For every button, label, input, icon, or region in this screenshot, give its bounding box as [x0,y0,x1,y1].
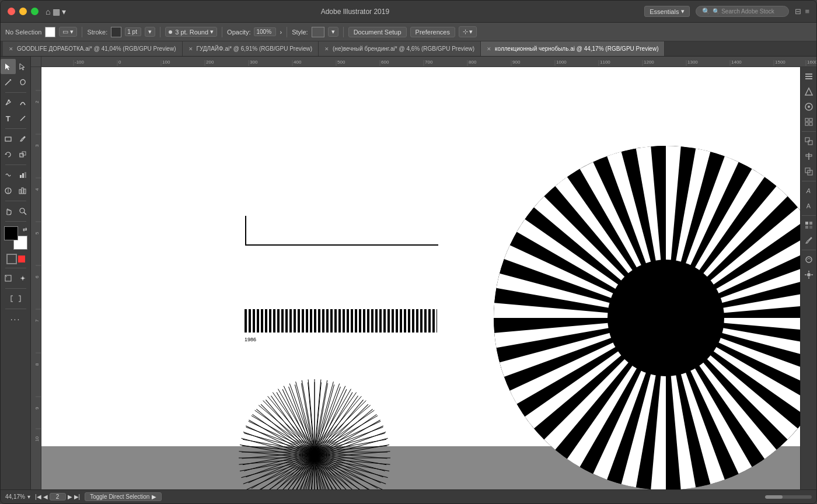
properties-icon[interactable] [802,85,816,99]
char-icon[interactable]: A [802,184,816,198]
direct-selection-tool[interactable] [16,59,31,74]
tab-close-1[interactable]: ✕ [9,46,13,52]
svg-rect-173 [805,138,809,142]
type-tool[interactable]: T [1,111,16,126]
zoom-display: 44,17% ▾ [5,494,30,500]
stroke-width-dropdown[interactable]: ▾ [145,27,155,37]
none-mode[interactable] [18,256,25,262]
page-number-input[interactable] [50,493,66,501]
stroke-swatch[interactable] [111,27,121,37]
toggle-direct-selection-button[interactable]: Toggle Direct Selection ▶ [85,492,162,501]
zoom-chevron[interactable]: ▾ [27,494,30,500]
tool-sep-5 [5,221,26,222]
symbol-tool[interactable] [1,183,16,198]
svg-line-3 [20,116,25,121]
warp-tool[interactable] [1,167,16,183]
para-icon[interactable]: A [802,199,816,213]
paintbrush-tool[interactable] [16,131,31,146]
svg-line-0 [5,80,10,85]
tab-close-2[interactable]: ✕ [188,46,193,52]
close-button[interactable] [8,8,15,15]
grid-icon: ▦ [53,7,60,16]
svg-text:1200: 1200 [644,60,654,65]
scale-tool[interactable] [16,147,31,162]
artboards-icon[interactable] [802,115,816,129]
stroke-mode[interactable] [6,254,17,264]
minimize-button[interactable] [19,8,27,15]
svg-rect-164 [805,76,812,77]
opacity-chevron[interactable]: › [280,29,282,36]
sun-icon[interactable] [802,268,816,282]
tab-close-3[interactable]: ✕ [324,46,329,52]
perspective-tool[interactable] [1,271,16,286]
page-next-end[interactable]: ▶| [74,494,81,500]
preferences-button[interactable]: Preferences [410,27,455,37]
tool-sep-3 [5,164,26,165]
panel-right-icon[interactable]: ≡ [805,7,809,16]
tab-2[interactable]: ✕ ГУДЛАЙФ.ai* @ 6,91% (RGB/GPU Preview) [183,41,319,57]
brush-panel-icon[interactable] [802,233,816,247]
stroke-chevron: ▾ [148,28,152,36]
swatches-icon[interactable] [802,218,816,232]
home-icon[interactable]: ⌂ [46,7,50,16]
page-next[interactable]: ▶ [68,494,72,500]
svg-point-2 [8,100,9,102]
rotate-tool[interactable] [1,147,16,162]
align-icon[interactable] [802,149,816,163]
swap-colors-icon[interactable]: ⇄ [23,226,27,232]
opacity-input[interactable] [254,27,276,36]
tab-3[interactable]: ✕ (не)вечный брендинг.ai* @ 4,6% (RGB/GP… [319,41,481,57]
column-graph-tool[interactable] [16,183,31,198]
svg-text:800: 800 [469,60,477,65]
canvas-viewport[interactable]: 1986 [41,67,800,489]
line-tool[interactable] [16,111,31,126]
svg-text:1000: 1000 [556,60,567,65]
style-dropdown[interactable]: ▾ [328,27,338,37]
canvas-with-rulers: -100 0 100 200 300 400 500 [31,57,816,489]
tab-1[interactable]: ✕ GOODLIFE ДОРАБОТКА.ai* @ 41,04% (RGB/G… [3,41,183,57]
workspace-switcher[interactable]: ▦ ▾ [53,7,66,16]
tab-4[interactable]: ✕ коллекционный чернобыль.ai @ 44,17% (R… [481,41,665,57]
tab-close-4[interactable]: ✕ [487,46,491,52]
pathfinder-icon[interactable] [802,164,816,178]
style-swatch[interactable] [312,27,324,37]
page-prev-end[interactable]: |◀ [35,494,41,500]
fill-swatch[interactable] [45,27,55,37]
hand-tool[interactable] [1,204,16,219]
layers-icon[interactable] [802,69,816,83]
tool-sep-8 [5,309,26,309]
libraries-icon[interactable] [802,100,816,114]
brush-chevron: ▾ [210,28,214,36]
appearance-icon[interactable] [802,253,816,267]
transform-icon[interactable] [802,134,816,148]
foreground-color-swatch[interactable] [4,226,18,240]
stroke-width-input[interactable] [125,27,141,36]
panel-separator-2 [802,181,816,181]
svg-rect-24 [13,295,19,296]
pen-tool[interactable] [1,95,16,110]
mesh-tool[interactable] [16,271,31,286]
brush-dropdown[interactable]: 3 pt. Round ▾ [165,27,217,37]
selection-tool[interactable] [1,59,16,74]
app-title: Adobe Illustrator 2019 [66,8,645,16]
essentials-button[interactable]: Essentials ▾ [644,6,690,17]
arrange-button[interactable]: ⊹ ▾ [459,26,477,37]
document-setup-button[interactable]: Document Setup [348,27,407,37]
curvature-tool[interactable] [16,95,31,110]
search-stock[interactable]: 🔍 🔍 Search Adobe Stock [696,6,789,17]
lasso-tool[interactable] [16,75,31,90]
chart-tool[interactable] [16,167,31,183]
page-prev[interactable]: ◀ [43,494,48,500]
rectangle-tool[interactable] [1,131,16,146]
more-tools-button[interactable]: ··· [5,312,27,327]
tool-sep-7 [5,288,26,289]
object-type-dropdown[interactable]: ▭ ▾ [59,27,77,37]
object-icon: ▭ [62,28,68,36]
magic-wand-tool[interactable] [1,75,16,90]
status-bar: 44,17% ▾ |◀ ◀ ▶ ▶| Toggle Direct Selecti… [1,489,816,503]
toggle-arrow: ▶ [152,494,156,500]
panel-left-icon[interactable]: ⊟ [795,7,801,16]
zoom-tool[interactable] [16,204,31,219]
artboard-tool[interactable] [5,291,27,306]
maximize-button[interactable] [31,8,39,15]
